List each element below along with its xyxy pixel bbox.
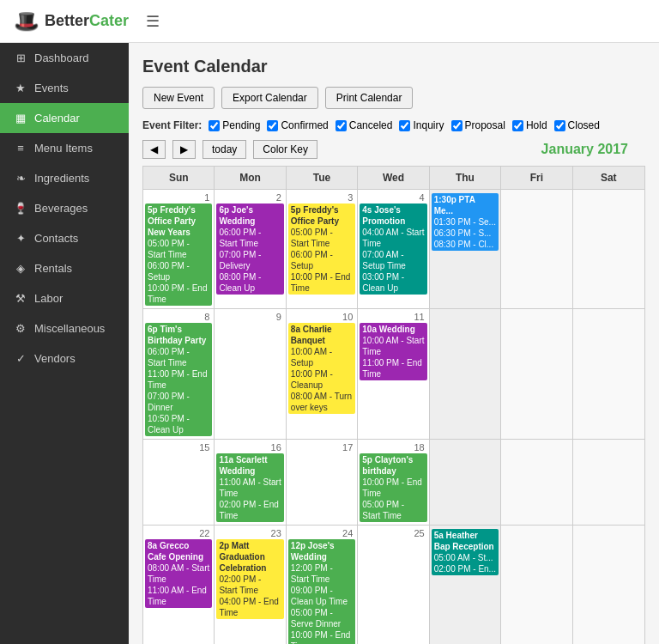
day-jan-6[interactable]	[501, 189, 572, 308]
color-key-button[interactable]: Color Key	[253, 140, 317, 159]
filter-closed[interactable]: Closed	[554, 119, 600, 131]
misc-icon: ⚙	[14, 322, 27, 335]
sidebar-item-vendors[interactable]: ✓ Vendors	[0, 343, 129, 374]
event-matt-graduation[interactable]: 2p Matt Graduation Celebration 02:00 PM …	[216, 539, 283, 619]
day-jan-11[interactable]: 11 10a Wedding 10:00 AM - Start Time 11:…	[358, 308, 429, 439]
sidebar-label-ingredients: Ingredients	[34, 172, 89, 185]
day-jan-21[interactable]	[573, 439, 644, 525]
day-jan-10[interactable]: 10 8a Charlie Banquet 10:00 AM - Setup 1…	[287, 308, 358, 439]
day-jan-1[interactable]: 1 5p Freddy's Office Party New Years 05:…	[143, 189, 215, 308]
day-jan-3[interactable]: 3 5p Freddy's Office Party 05:00 PM - St…	[287, 189, 358, 308]
new-event-button[interactable]: New Event	[142, 87, 215, 109]
sidebar-label-vendors: Vendors	[34, 352, 76, 365]
day-jan-13[interactable]	[501, 308, 572, 439]
sidebar-item-dashboard[interactable]: ⊞ Dashboard	[0, 43, 129, 73]
prev-month-button[interactable]: ◀	[142, 140, 166, 159]
filter-hold[interactable]: Hold	[512, 119, 547, 131]
day-jan-8[interactable]: 8 6p Tim's Birthday Party 06:00 PM - Sta…	[143, 308, 215, 439]
labor-icon: ⚒	[14, 292, 27, 305]
sidebar-label-events: Events	[34, 82, 69, 94]
event-tims-birthday[interactable]: 6p Tim's Birthday Party 06:00 PM - Start…	[145, 323, 212, 436]
event-claytons-birthday[interactable]: 5p Clayton's birthday 10:00 PM - End Tim…	[360, 453, 426, 522]
day-jan-28[interactable]	[573, 525, 644, 644]
day-jan-17[interactable]: 17	[287, 439, 358, 525]
day-jan-22[interactable]: 22 8a Grecco Cafe Opening 08:00 AM - Sta…	[143, 525, 215, 644]
filter-confirmed[interactable]: Confirmed	[267, 119, 328, 131]
header-wed: Wed	[358, 167, 429, 189]
day-jan-15[interactable]: 15	[143, 439, 215, 525]
event-joses-wedding-jan24[interactable]: 12p Jose's Wedding 12:00 PM - Start Time…	[288, 539, 355, 644]
sidebar-label-rentals: Rentals	[34, 262, 72, 275]
filter-proposal[interactable]: Proposal	[451, 119, 505, 131]
header-thu: Thu	[430, 167, 501, 189]
logo-text: BetterCater	[45, 12, 129, 30]
sidebar-item-events[interactable]: ★ Events	[0, 73, 129, 103]
dashboard-icon: ⊞	[14, 52, 27, 64]
event-freddys-office-party-jan1[interactable]: 5p Freddy's Office Party New Years 05:00…	[145, 204, 212, 306]
sidebar-label-misc: Miscellaneous	[34, 322, 105, 335]
day-jan-4[interactable]: 4 4s Jose's Promotion 04:00 AM - Start T…	[358, 189, 429, 308]
sidebar-item-beverages[interactable]: 🍷 Beverages	[0, 193, 129, 223]
sidebar-label-calendar: Calendar	[34, 112, 80, 125]
header-tue: Tue	[287, 167, 358, 189]
sidebar-item-calendar[interactable]: ▦ Calendar	[0, 103, 129, 133]
sidebar-item-miscellaneous[interactable]: ⚙ Miscellaneous	[0, 313, 129, 343]
calendar-nav: ◀ ▶ today Color Key January 2017	[142, 140, 645, 159]
day-jan-24[interactable]: 24 12p Jose's Wedding 12:00 PM - Start T…	[287, 525, 358, 644]
day-jan-16[interactable]: 16 11a Scarlett Wedding 11:00 AM - Start…	[215, 439, 286, 525]
contacts-icon: ✦	[14, 232, 27, 245]
event-joses-promotion[interactable]: 4s Jose's Promotion 04:00 AM - Start Tim…	[360, 204, 426, 295]
export-calendar-button[interactable]: Export Calendar	[221, 87, 318, 109]
event-scarlett-wedding[interactable]: 11a Scarlett Wedding 11:00 AM - Start Ti…	[216, 453, 283, 522]
filter-canceled[interactable]: Canceled	[336, 119, 393, 131]
event-freddys-office-jan3[interactable]: 5p Freddy's Office Party 05:00 PM - Star…	[288, 204, 355, 295]
filter-inquiry[interactable]: Inquiry	[399, 119, 444, 131]
calendar-week-2: 8 6p Tim's Birthday Party 06:00 PM - Sta…	[143, 308, 644, 439]
calendar-header: Sun Mon Tue Wed Thu Fri Sat	[143, 167, 644, 189]
header-sun: Sun	[143, 167, 215, 189]
day-jan-23[interactable]: 23 2p Matt Graduation Celebration 02:00 …	[215, 525, 286, 644]
next-month-button[interactable]: ▶	[172, 140, 196, 159]
day-jan-19[interactable]	[430, 439, 501, 525]
day-jan-9[interactable]: 9	[215, 308, 286, 439]
print-calendar-button[interactable]: Print Calendar	[325, 87, 414, 109]
day-jan-2[interactable]: 2 6p Joe's Wedding 06:00 PM - Start Time…	[215, 189, 286, 308]
layout: ⊞ Dashboard ★ Events ▦ Calendar ≡ Menu I…	[0, 43, 659, 644]
sidebar-item-labor[interactable]: ⚒ Labor	[0, 283, 129, 313]
event-charlie-banquet[interactable]: 8a Charlie Banquet 10:00 AM - Setup 10:0…	[288, 323, 355, 414]
filter-pending[interactable]: Pending	[209, 119, 260, 131]
filter-label: Event Filter:	[142, 119, 202, 131]
sidebar-item-ingredients[interactable]: ❧ Ingredients	[0, 163, 129, 193]
header-fri: Fri	[501, 167, 572, 189]
event-heather-bap-reception[interactable]: 5a Heather Bap Reception 05:00 AM - St..…	[432, 529, 499, 575]
page-title: Event Calendar	[142, 57, 645, 76]
sidebar-label-dashboard: Dashboard	[34, 52, 89, 64]
day-jan-7[interactable]	[573, 189, 644, 308]
main-content: Event Calendar New Event Export Calendar…	[129, 43, 659, 644]
beverages-icon: 🍷	[14, 202, 27, 215]
event-pta-meeting[interactable]: 1:30p PTA Me... 01:30 PM - Se... 06:30 P…	[432, 193, 499, 251]
day-jan-26[interactable]: 5a Heather Bap Reception 05:00 AM - St..…	[430, 525, 501, 644]
sidebar-item-rentals[interactable]: ◈ Rentals	[0, 253, 129, 283]
day-jan-25[interactable]: 25	[358, 525, 429, 644]
event-grecco-cafe[interactable]: 8a Grecco Cafe Opening 08:00 AM - Start …	[145, 539, 212, 608]
sidebar-item-menu-items[interactable]: ≡ Menu Items	[0, 133, 129, 163]
logo: 🎩 BetterCater	[14, 9, 129, 33]
day-jan-18[interactable]: 18 5p Clayton's birthday 10:00 PM - End …	[358, 439, 429, 525]
header-sat: Sat	[573, 167, 644, 189]
event-wedding-jan11[interactable]: 10a Wedding 10:00 AM - Start Time 11:00 …	[360, 323, 426, 380]
day-jan-27[interactable]	[501, 525, 572, 644]
sidebar-item-contacts[interactable]: ✦ Contacts	[0, 223, 129, 253]
sidebar-label-menu-items: Menu Items	[34, 142, 93, 155]
day-jan-5[interactable]: 1:30p PTA Me... 01:30 PM - Se... 06:30 P…	[430, 189, 501, 308]
day-jan-12[interactable]	[430, 308, 501, 439]
hamburger-menu[interactable]: ☰	[146, 12, 160, 31]
day-jan-20[interactable]	[501, 439, 572, 525]
logo-icon: 🎩	[14, 9, 39, 33]
today-button[interactable]: today	[203, 140, 246, 159]
day-jan-14[interactable]	[573, 308, 644, 439]
sidebar-label-contacts: Contacts	[34, 232, 78, 245]
vendors-icon: ✓	[14, 352, 27, 365]
event-joes-wedding-jan2[interactable]: 6p Joe's Wedding 06:00 PM - Start Time 0…	[216, 204, 283, 295]
calendar-week-3: 15 16 11a Scarlett Wedding 11:00 AM - St…	[143, 439, 644, 525]
